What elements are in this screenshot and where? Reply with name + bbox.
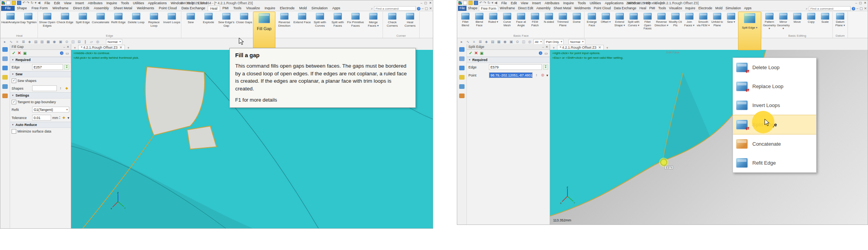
maximize-button[interactable]: ▢	[859, 1, 862, 5]
menu-item[interactable]: Tools	[119, 1, 131, 5]
menu-item[interactable]: Attributes	[543, 1, 561, 5]
ribbon-tab[interactable]: Shape	[15, 6, 29, 11]
ribbon-button[interactable]: Replace Loop	[145, 12, 163, 27]
new-file-icon[interactable]	[463, 1, 467, 5]
ribbon-button[interactable]: Datum Plane ▾	[833, 12, 847, 27]
ribbon-tab[interactable]: Direct Edit	[71, 6, 92, 11]
menu-option[interactable]: Delete Loop	[733, 58, 816, 77]
ribbon-button[interactable]: Curve Mesh	[500, 12, 514, 27]
menu-item[interactable]: Applications	[603, 1, 626, 5]
chevron-down-icon[interactable]: ▾	[67, 116, 69, 120]
refit-dropdown[interactable]: G1(Tangent) ▾	[32, 107, 69, 112]
da-tool-icon[interactable]: ▦	[46, 39, 51, 44]
section-auto-reduce[interactable]: ▼ Auto Reduce	[10, 122, 71, 128]
da-tool-icon[interactable]: ▣	[509, 39, 514, 44]
minimize-button[interactable]: –	[420, 1, 422, 5]
da-tool-icon[interactable]: ▣	[58, 39, 63, 44]
ribbon-tab[interactable]: Sheet Metal	[552, 6, 572, 11]
ribbon-tab[interactable]: Weldments	[135, 6, 157, 11]
menu-item[interactable]: Inquire	[104, 1, 119, 5]
da-tool-icon[interactable]: ⊞	[478, 39, 483, 44]
da-tool-icon[interactable]: ▱	[89, 39, 94, 44]
ribbon-button[interactable]: Reverse Direction ▾	[654, 12, 668, 27]
da-tool-icon[interactable]: ⊙	[64, 39, 69, 44]
ribbon-button[interactable]: Split Edge	[74, 12, 92, 24]
ribbon-tab[interactable]: Heal	[208, 6, 220, 11]
ribbon-button[interactable]: Close Gaps	[235, 12, 253, 24]
document-tab[interactable]: * 4.2.1.Rough Offset Z3 ✕	[78, 45, 125, 50]
ribbon-tab[interactable]: Apps	[330, 6, 343, 11]
da-tool-icon[interactable]: ▤	[33, 39, 38, 44]
minimize-surface-checkbox[interactable]	[12, 129, 16, 134]
open-file-icon[interactable]	[12, 1, 16, 5]
ribbon-button[interactable]: Split with Faces	[329, 12, 347, 27]
da-tool-icon[interactable]: ▤	[490, 39, 495, 44]
menu-item[interactable]: Inquire	[561, 1, 576, 5]
doc-restore-icon[interactable]: ▢	[425, 7, 428, 10]
da-tool-icon[interactable]: ◫	[521, 39, 526, 44]
refresh-icon[interactable]: ↻	[487, 1, 490, 5]
da-tool-icon[interactable]: ⊙	[515, 39, 520, 44]
menu-item[interactable]: View	[519, 1, 530, 5]
ribbon-tab[interactable]: Point Cloud	[592, 6, 612, 11]
dialog-minimize-icon[interactable]: –	[542, 45, 544, 49]
redo-icon[interactable]: ↷	[484, 1, 487, 5]
ribbon-button[interactable]: Blend Face	[472, 12, 486, 27]
edge-field[interactable]: E257	[32, 64, 63, 70]
ribbon-tab[interactable]: Mold	[297, 6, 309, 11]
ribbon-tab[interactable]: Free Form	[479, 6, 498, 11]
ribbon-button[interactable]: Sew ▾	[724, 12, 738, 24]
info-icon[interactable]: i	[539, 51, 542, 55]
open-file-icon[interactable]	[468, 1, 473, 5]
ribbon-tab[interactable]: Electrode	[697, 6, 714, 11]
da-tool-icon[interactable]: ⊞	[21, 39, 26, 44]
new-tab-button[interactable]: +	[126, 46, 130, 50]
ribbon-tab[interactable]: Weldments	[573, 6, 592, 11]
ribbon-button[interactable]: Heal Corners	[401, 12, 419, 27]
info-icon[interactable]: i	[60, 51, 63, 55]
ribbon-button[interactable]: Pattern Geometry ▾	[762, 12, 776, 31]
edge-picker-icon[interactable]: ↧	[64, 65, 69, 70]
ribbon-button[interactable]: Face at Angle	[514, 12, 528, 27]
apply-button[interactable]: ▣	[480, 51, 483, 55]
display-mode-dropdown[interactable]: Normal▾	[106, 39, 122, 44]
blend-manager-icon[interactable]	[459, 84, 465, 89]
folder-manager-icon[interactable]	[459, 75, 465, 80]
point-field[interactable]: 98.79,-202.12051,-87.4801	[489, 72, 533, 78]
ribbon-button[interactable]: Fix Primitive Faces	[347, 12, 364, 27]
da-tool-icon[interactable]: ◎	[527, 39, 532, 44]
menu-item[interactable]: Utilities	[131, 1, 146, 5]
ribbon-tab[interactable]: File	[458, 6, 466, 11]
ribbon-button[interactable]: Move	[790, 12, 804, 24]
close-button[interactable]: ✕	[429, 1, 432, 5]
ribbon-button[interactable]: Check Corners	[383, 12, 401, 27]
ribbon-button[interactable]: Copy	[804, 12, 818, 24]
new-file-icon[interactable]	[6, 1, 10, 5]
tangent-checkbox[interactable]	[12, 100, 16, 104]
ribbon-button[interactable]: Fill Gap	[253, 12, 275, 49]
ribbon-button[interactable]: Merge Faces ▾	[364, 12, 382, 27]
da-tool-icon[interactable]: ▦	[496, 39, 501, 44]
da-tool-icon[interactable]: ≡	[472, 39, 477, 44]
menu-item[interactable]: Edit	[509, 1, 519, 5]
ribbon-tab[interactable]: Shape	[466, 6, 479, 11]
ribbon-button[interactable]: Invert Loops	[163, 12, 181, 24]
ribbon-tab[interactable]: Assembly	[92, 6, 111, 11]
ribbon-tab[interactable]: PMI	[648, 6, 657, 11]
display-mode-dropdown[interactable]: Normal▾	[569, 39, 585, 44]
da-tool-icon[interactable]: ≡	[15, 39, 20, 44]
ribbon-button[interactable]: Check Edge	[56, 12, 74, 24]
shape-manager-icon[interactable]	[2, 47, 8, 52]
ribbon-tab[interactable]: Apps	[742, 6, 753, 11]
ribbon-tab[interactable]: Tools	[231, 6, 244, 11]
filter-manager-icon[interactable]	[459, 56, 465, 61]
undo-icon[interactable]: ↶	[22, 1, 26, 5]
ribbon-button[interactable]: Unfold to Plane	[710, 12, 724, 27]
blend-manager-icon[interactable]	[2, 84, 8, 89]
ribbon-button[interactable]: Gap Tighten	[19, 12, 37, 24]
ribbon-button[interactable]: Split with Curves	[311, 12, 329, 27]
ribbon-button[interactable]: Explode	[200, 12, 217, 24]
help-icon[interactable]: ?	[417, 7, 420, 10]
ribbon-tab[interactable]: File	[1, 6, 15, 11]
qat-dropdown-icon[interactable]: ▾	[492, 1, 494, 5]
